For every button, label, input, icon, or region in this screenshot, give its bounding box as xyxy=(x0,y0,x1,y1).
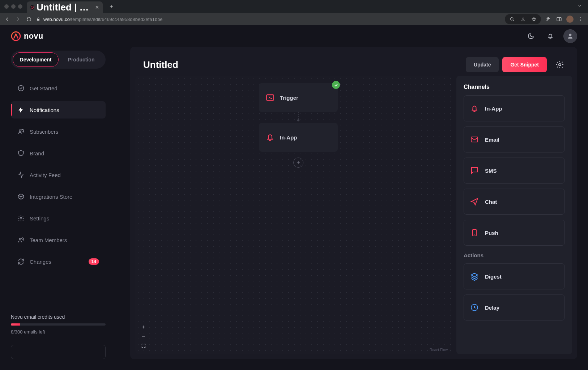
channel-in-app[interactable]: In-App xyxy=(464,95,565,121)
changes-badge: 14 xyxy=(89,258,99,265)
plus-icon xyxy=(296,160,301,165)
close-tab-icon[interactable]: ✕ xyxy=(95,5,99,10)
bell-icon xyxy=(547,33,554,40)
node-trigger[interactable]: Trigger xyxy=(259,83,338,112)
panel-heading-actions: Actions xyxy=(464,252,565,258)
extensions-icon[interactable] xyxy=(545,16,552,23)
team-icon xyxy=(17,236,25,244)
browser-menu-icon[interactable] xyxy=(577,16,584,23)
panel-item-label: Delay xyxy=(485,305,499,311)
browser-tab[interactable]: Untitled | Novu Manage Platfor ✕ xyxy=(27,1,103,13)
side-panel: Channels In-App Email SMS xyxy=(456,76,572,354)
notifications-button[interactable] xyxy=(544,30,557,43)
add-step-button[interactable] xyxy=(293,158,303,168)
sidebar-item-label: Settings xyxy=(30,215,49,221)
sidebar-item-brand[interactable]: Brand xyxy=(11,145,106,162)
sidebar-item-notifications[interactable]: Notifications xyxy=(11,101,106,119)
sidebar-item-label: Changes xyxy=(30,259,51,265)
channel-chat[interactable]: Chat xyxy=(464,189,565,215)
svg-point-0 xyxy=(510,17,513,20)
sidebar-item-label: Activity Feed xyxy=(30,172,61,178)
panel-icon[interactable] xyxy=(555,16,563,23)
install-icon[interactable] xyxy=(519,16,527,23)
svg-point-2 xyxy=(580,17,581,18)
box-icon xyxy=(17,193,25,200)
trigger-icon xyxy=(265,93,275,102)
window-traffic-lights[interactable] xyxy=(4,4,22,9)
panel-item-label: In-App xyxy=(485,106,502,112)
activity-icon xyxy=(17,171,25,178)
sidebar-item-label: Notifications xyxy=(30,107,59,113)
action-digest[interactable]: Digest xyxy=(464,263,565,289)
channel-email[interactable]: Email xyxy=(464,126,565,152)
credits-left: 8/300 emails left xyxy=(11,329,106,335)
panel-heading-channels: Channels xyxy=(464,84,565,90)
theme-toggle-button[interactable] xyxy=(524,30,537,43)
zoom-icon[interactable] xyxy=(508,16,516,23)
sidebar-item-get-started[interactable]: Get Started xyxy=(11,79,106,97)
shield-icon xyxy=(17,150,25,157)
channel-sms[interactable]: SMS xyxy=(464,158,565,184)
react-flow-attribution: React Flow xyxy=(430,348,448,352)
sidebar-item-label: Subscribers xyxy=(30,129,58,135)
bookmark-icon[interactable] xyxy=(530,16,537,23)
check-circle-icon xyxy=(17,85,25,92)
sidebar-item-integrations[interactable]: Integrations Store xyxy=(11,188,106,205)
gear-icon xyxy=(17,215,25,222)
action-delay[interactable]: Delay xyxy=(464,294,565,320)
fit-view-button[interactable] xyxy=(140,342,148,350)
bell-icon xyxy=(265,133,275,142)
sidebar-item-label: Get Started xyxy=(30,85,57,91)
send-icon xyxy=(470,197,479,206)
address-bar[interactable]: web.novu.co/templates/edit/6469cc4a958d8… xyxy=(36,14,163,24)
get-snippet-button[interactable]: Get Snippet xyxy=(502,57,547,72)
tab-overflow-button[interactable] xyxy=(577,3,582,10)
panel-item-label: Chat xyxy=(485,199,497,205)
workflow-canvas[interactable]: Trigger In-App xyxy=(135,76,451,354)
sidebar-item-settings[interactable]: Settings xyxy=(11,210,106,227)
clock-icon xyxy=(470,303,479,312)
svg-point-7 xyxy=(19,130,21,132)
brand-logo[interactable]: novu xyxy=(11,31,43,41)
users-icon xyxy=(17,128,25,135)
upgrade-box[interactable] xyxy=(11,345,106,359)
update-button[interactable]: Update xyxy=(466,57,499,72)
novu-logo-icon xyxy=(11,31,21,41)
env-production[interactable]: Production xyxy=(59,52,104,67)
reload-button[interactable] xyxy=(25,16,33,23)
env-development[interactable]: Development xyxy=(13,52,59,67)
sidebar-item-changes[interactable]: Changes 14 xyxy=(11,253,106,270)
sync-icon xyxy=(17,258,25,265)
sidebar-item-team-members[interactable]: Team Members xyxy=(11,231,106,249)
node-in-app[interactable]: In-App xyxy=(259,123,338,152)
svg-point-6 xyxy=(18,86,24,91)
connector-dot xyxy=(297,119,299,121)
back-button[interactable] xyxy=(4,16,11,23)
forward-button[interactable] xyxy=(14,16,22,23)
sidebar-item-label: Team Members xyxy=(30,237,67,243)
channel-push[interactable]: Push xyxy=(464,220,565,246)
svg-point-4 xyxy=(580,20,581,21)
lock-icon xyxy=(36,17,41,21)
new-tab-button[interactable] xyxy=(106,1,116,12)
node-label: Trigger xyxy=(280,95,298,101)
favicon-icon xyxy=(30,5,34,10)
svg-point-3 xyxy=(580,19,581,20)
svg-point-9 xyxy=(19,238,21,240)
connector xyxy=(298,112,299,119)
phone-icon xyxy=(470,228,479,237)
profile-avatar[interactable] xyxy=(566,16,574,23)
check-icon xyxy=(332,81,340,89)
zoom-out-button[interactable] xyxy=(140,332,148,340)
svg-point-14 xyxy=(474,235,475,235)
credits-label: Novu email credits used xyxy=(11,314,106,320)
panel-item-label: Push xyxy=(485,230,498,236)
sidebar-item-activity-feed[interactable]: Activity Feed xyxy=(11,166,106,184)
moon-icon xyxy=(527,32,535,40)
chat-icon xyxy=(470,166,479,175)
layers-icon xyxy=(470,272,479,281)
zoom-in-button[interactable] xyxy=(140,323,148,331)
workflow-settings-button[interactable] xyxy=(555,60,564,69)
sidebar-item-subscribers[interactable]: Subscribers xyxy=(11,123,106,140)
user-avatar[interactable] xyxy=(563,29,577,43)
